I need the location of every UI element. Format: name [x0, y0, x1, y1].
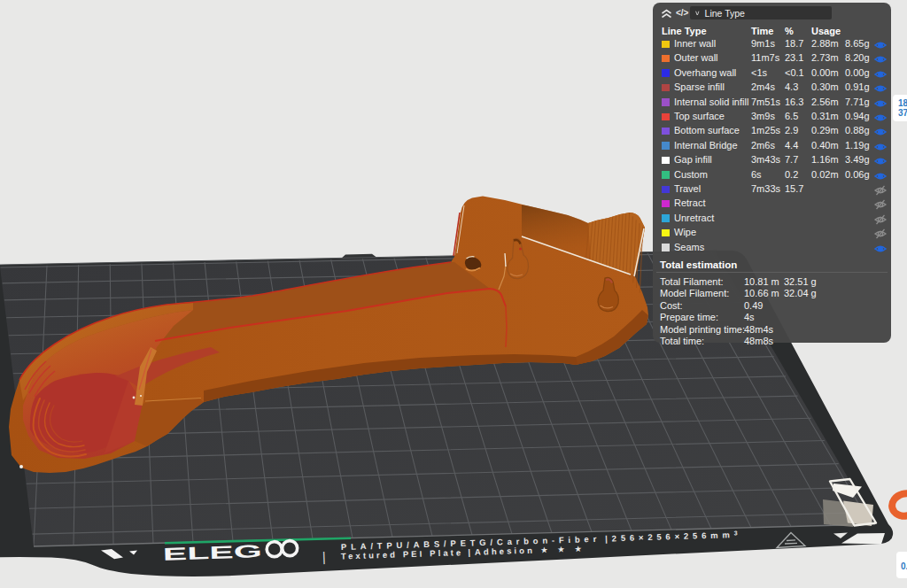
total-row-value2: 32.04 g [784, 288, 817, 298]
legend-row: Gap infill 3m43s 7.7 1.16m 3.49g [653, 153, 891, 167]
line-type-percent: 7.7 [785, 154, 798, 165]
visibility-eye-icon[interactable] [874, 39, 886, 50]
line-type-time: 2m4s [751, 81, 775, 92]
line-type-percent: 4.3 [785, 81, 798, 92]
visibility-eye-icon[interactable] [874, 228, 886, 239]
line-type-label: Unretract [674, 213, 714, 223]
visibility-eye-icon[interactable] [874, 170, 886, 182]
line-type-time: <1s [751, 67, 767, 78]
line-type-percent: 18.7 [785, 38, 803, 49]
total-estimation-heading: Total estimation [653, 259, 891, 270]
visibility-eye-icon[interactable] [874, 198, 886, 210]
line-type-percent: <0.1 [785, 67, 804, 78]
legend-row: Overhang wall <1s <0.1 0.00m 0.00g [653, 66, 891, 81]
line-type-time: 7m51s [751, 97, 780, 107]
line-type-label: Seams [674, 242, 704, 252]
total-row-value1: 48m8s [744, 336, 773, 346]
gcode-window-icon[interactable]: </> [676, 8, 690, 22]
line-type-label: Sparse infill [674, 81, 725, 92]
legend-panel: </> ∨ Line Type Line Type Time % Usage I… [653, 3, 891, 343]
line-type-swatch [662, 186, 670, 194]
total-row-label: Model Filament: [660, 288, 729, 298]
legend-row: Internal Bridge 2m6s 4.4 0.40m 1.19g [653, 139, 891, 153]
line-type-swatch [662, 171, 670, 179]
legend-titlebar: </> ∨ Line Type [653, 3, 891, 26]
line-type-swatch [662, 214, 670, 222]
line-type-time: 7m33s [751, 183, 780, 194]
line-type-swatch [662, 41, 670, 49]
line-type-time: 3m9s [751, 111, 775, 121]
total-row-label: Cost: [660, 300, 683, 311]
line-type-swatch [662, 200, 670, 208]
line-type-swatch [662, 229, 670, 237]
svg-text:|: | [322, 549, 326, 564]
move-tooltip-value: 0. [901, 561, 907, 571]
visibility-eye-icon[interactable] [874, 155, 886, 166]
view-type-dropdown[interactable]: ∨ Line Type [690, 6, 832, 19]
total-row-value1: 10.66 m [744, 288, 779, 298]
total-row-label: Model printing time: [660, 324, 745, 335]
total-estimation-row: Total Filament: 10.81 m 32.51 g [653, 276, 891, 288]
total-row-value1: 0.49 [744, 300, 763, 311]
line-type-time: 6s [751, 169, 762, 180]
layer-slider-tooltip[interactable]: 18 37. [893, 95, 907, 121]
total-row-label: Total time: [660, 336, 704, 346]
line-type-swatch [662, 142, 670, 150]
line-type-label: Internal solid infill [674, 97, 748, 107]
line-type-label: Custom [674, 169, 708, 180]
seam-dot [19, 465, 23, 468]
legend-row: Wipe [653, 226, 891, 240]
visibility-eye-icon[interactable] [874, 97, 886, 109]
line-type-label: Inner wall [674, 38, 716, 49]
total-estimation-row: Total time: 48m8s [653, 336, 891, 347]
legend-row: Internal solid infill 7m51s 16.3 2.56m 7… [653, 96, 891, 110]
total-row-value1: 48m4s [744, 324, 773, 335]
line-type-time: 11m7s [751, 52, 779, 63]
line-type-weight: 0.94g [845, 111, 870, 121]
line-type-percent: 0.2 [785, 169, 798, 180]
legend-row: Top surface 3m9s 6.5 0.31m 0.94g [653, 110, 891, 124]
line-type-weight: 3.49g [845, 154, 870, 165]
layer-tooltip-line2: 37. [898, 108, 907, 118]
visibility-eye-icon[interactable] [874, 126, 886, 137]
visibility-eye-icon[interactable] [874, 112, 886, 123]
visibility-eye-icon[interactable] [874, 213, 886, 225]
legend-row: Travel 7m33s 15.7 [653, 182, 891, 197]
legend-row: Sparse infill 2m4s 4.3 0.30m 0.91g [653, 81, 891, 95]
visibility-eye-icon[interactable] [874, 68, 886, 80]
visibility-eye-icon[interactable] [874, 141, 886, 152]
chevron-down-icon: ∨ [694, 10, 701, 17]
line-type-label: Top surface [674, 111, 725, 121]
collapse-legend-icon[interactable] [660, 7, 674, 21]
line-type-length: 0.00m [811, 67, 839, 78]
line-type-weight: 8.20g [845, 52, 870, 63]
total-row-label: Total Filament: [660, 276, 724, 287]
line-type-length: 0.29m [811, 125, 839, 135]
col-header-percent: % [785, 26, 794, 36]
line-type-weight: 7.71g [845, 97, 870, 107]
legend-row: Unretract [653, 212, 891, 226]
legend-row: Bottom surface 1m25s 2.9 0.29m 0.88g [653, 124, 891, 138]
legend-row: Retract [653, 197, 891, 211]
line-type-swatch [662, 55, 670, 63]
line-type-label: Travel [674, 183, 701, 194]
legend-row: Custom 6s 0.2 0.02m 0.06g [653, 168, 891, 182]
visibility-eye-icon[interactable] [874, 53, 886, 65]
line-type-label: Wipe [674, 227, 696, 237]
layer-tooltip-line1: 18 [898, 98, 907, 108]
total-estimation-row: Cost: 0.49 [653, 300, 891, 312]
visibility-eye-icon[interactable] [874, 184, 886, 196]
line-type-length: 0.02m [811, 169, 839, 180]
line-type-label: Gap infill [674, 154, 712, 165]
line-type-time: 3m43s [751, 154, 780, 165]
line-type-swatch [662, 157, 670, 165]
line-type-time: 1m25s [751, 125, 780, 135]
line-type-percent: 15.7 [785, 183, 803, 194]
visibility-eye-icon[interactable] [874, 82, 886, 94]
line-type-swatch [662, 244, 670, 251]
total-row-value1: 4s [744, 312, 755, 322]
total-estimation-row: Model Filament: 10.66 m 32.04 g [653, 288, 891, 299]
visibility-eye-icon[interactable] [874, 243, 886, 254]
line-type-label: Outer wall [674, 52, 718, 63]
move-slider-tooltip[interactable]: 0. [896, 552, 907, 578]
